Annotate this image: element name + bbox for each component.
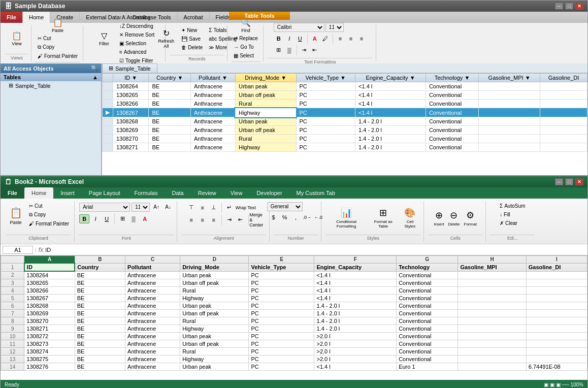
table-cell[interactable]: PC bbox=[296, 82, 355, 91]
minimize-button[interactable]: ─ bbox=[555, 3, 563, 10]
excel-data-cell[interactable] bbox=[526, 302, 587, 310]
excel-tab-custom[interactable]: My Custom Tab bbox=[289, 187, 342, 199]
nav-item-sample-table[interactable]: ⊞ Sample_Table bbox=[1, 81, 101, 90]
excel-data-cell[interactable]: BE bbox=[75, 271, 125, 279]
excel-data-cell[interactable]: PC bbox=[249, 355, 314, 363]
table-row[interactable]: 1308270BEAnthraceneRuralPC1.4 - 2.0 lCon… bbox=[103, 135, 587, 143]
excel-data-cell[interactable]: Conventional bbox=[397, 295, 458, 302]
table-cell[interactable]: <1.4 l bbox=[355, 82, 426, 91]
maximize-button[interactable]: □ bbox=[565, 3, 573, 10]
excel-data-cell[interactable]: BE bbox=[75, 310, 125, 317]
autosum-button[interactable]: Σ AutoSum bbox=[498, 202, 527, 210]
excel-data-cell[interactable] bbox=[458, 333, 526, 340]
excel-data-cell[interactable] bbox=[458, 363, 526, 371]
table-cell[interactable]: 1308266 bbox=[113, 100, 149, 108]
decrease-indent-button[interactable]: ⇤ bbox=[310, 46, 320, 55]
table-cell[interactable] bbox=[479, 135, 540, 143]
excel-data-cell[interactable]: Anthracene bbox=[125, 317, 180, 325]
excel-data-cell[interactable]: Conventional bbox=[397, 287, 458, 295]
excel-font-size-select[interactable]: 11 bbox=[132, 203, 150, 212]
increase-indent-btn[interactable]: ⇥ bbox=[224, 215, 235, 224]
excel-data-cell[interactable]: Conventional bbox=[397, 325, 458, 333]
excel-data-cell[interactable]: PC bbox=[249, 333, 314, 340]
table-cell[interactable]: Conventional bbox=[426, 91, 478, 100]
table-cell[interactable]: Urban peak bbox=[235, 82, 296, 91]
excel-data-cell[interactable] bbox=[526, 279, 587, 287]
excel-data-cell[interactable] bbox=[458, 317, 526, 325]
align-top-button[interactable]: ⊤ bbox=[186, 203, 197, 212]
excel-data-cell[interactable]: Anthracene bbox=[125, 279, 180, 287]
table-cell[interactable] bbox=[540, 82, 587, 91]
table-cell[interactable]: Conventional bbox=[426, 100, 478, 108]
excel-data-cell[interactable]: Anthracene bbox=[125, 287, 180, 295]
cell-styles-button[interactable]: 🎨 Cell Styles bbox=[400, 206, 421, 230]
excel-tab-data[interactable]: Data bbox=[165, 187, 190, 199]
table-cell[interactable] bbox=[540, 143, 587, 152]
excel-tab-insert[interactable]: Insert bbox=[53, 187, 82, 199]
table-cell[interactable] bbox=[540, 100, 587, 108]
excel-tab-file[interactable]: File bbox=[1, 187, 24, 199]
table-row[interactable]: 1308265BEAnthraceneUrban off peakPC<1.4 … bbox=[103, 91, 587, 100]
align-bottom-button[interactable]: ⊥ bbox=[209, 203, 219, 212]
increase-indent-button[interactable]: ⇥ bbox=[299, 46, 309, 55]
excel-tab-developer[interactable]: Developer bbox=[249, 187, 289, 199]
excel-data-cell[interactable]: 1.4 - 2.0 l bbox=[314, 302, 397, 310]
table-cell[interactable] bbox=[479, 143, 540, 152]
wrap-text-label[interactable]: Wrap Text bbox=[236, 205, 256, 210]
view-button[interactable]: 📋 View bbox=[6, 26, 28, 52]
excel-header-cell[interactable]: Gasoline_MPI bbox=[458, 263, 526, 271]
excel-data-cell[interactable]: <1.4 l bbox=[314, 363, 397, 371]
excel-data-cell[interactable]: 1308273 bbox=[24, 340, 75, 348]
col-header-g[interactable]: G bbox=[397, 256, 458, 264]
col-header-id[interactable]: ID ▼ bbox=[113, 74, 149, 82]
wrap-text-button[interactable]: ↵ bbox=[224, 203, 235, 212]
excel-data-cell[interactable]: PC bbox=[249, 279, 314, 287]
excel-underline-button[interactable]: U bbox=[102, 214, 112, 223]
table-row[interactable]: 1308271BEAnthraceneHighwayPC1.4 - 2.0 lC… bbox=[103, 143, 587, 152]
table-cell[interactable]: 1308267 bbox=[113, 108, 149, 117]
table-cell[interactable]: Highway bbox=[235, 108, 296, 117]
excel-data-cell[interactable]: Anthracene bbox=[125, 348, 180, 355]
excel-tab-formulas[interactable]: Formulas bbox=[127, 187, 165, 199]
excel-data-cell[interactable]: Anthracene bbox=[125, 295, 180, 302]
table-cell[interactable]: Anthracene bbox=[190, 108, 235, 117]
highlight-button[interactable]: 🖊 bbox=[320, 34, 331, 43]
new-button[interactable]: ✦ New bbox=[179, 26, 205, 34]
excel-header-cell[interactable]: Pollutant bbox=[125, 263, 180, 271]
excel-data-cell[interactable]: BE bbox=[75, 340, 125, 348]
filter-button[interactable]: ▽ Filter bbox=[93, 25, 115, 53]
excel-data-cell[interactable]: BE bbox=[75, 295, 125, 302]
excel-align-left-button[interactable]: ≡ bbox=[186, 215, 197, 224]
table-cell[interactable]: Conventional bbox=[426, 126, 478, 135]
excel-fill-button[interactable]: ▒ bbox=[128, 214, 139, 223]
access-font-size-select[interactable]: 11 bbox=[325, 23, 344, 32]
excel-data-cell[interactable]: BE bbox=[75, 348, 125, 355]
table-cell[interactable]: 1308264 bbox=[113, 82, 149, 91]
col-header-i[interactable]: I bbox=[526, 256, 587, 264]
excel-minimize-button[interactable]: ─ bbox=[555, 178, 563, 185]
excel-data-cell[interactable]: >2.0 l bbox=[314, 355, 397, 363]
table-cell[interactable]: Anthracene bbox=[190, 135, 235, 143]
formula-input[interactable] bbox=[45, 247, 585, 253]
excel-data-cell[interactable]: BE bbox=[75, 333, 125, 340]
save-button[interactable]: 💾 Save bbox=[179, 35, 205, 43]
excel-data-cell[interactable]: PC bbox=[249, 325, 314, 333]
table-cell[interactable] bbox=[479, 82, 540, 91]
table-cell[interactable]: Conventional bbox=[426, 108, 478, 117]
table-cell[interactable]: Highway bbox=[235, 143, 296, 152]
excel-header-cell[interactable]: Technology bbox=[397, 263, 458, 271]
table-cell[interactable]: 1.4 - 2.0 l bbox=[355, 135, 426, 143]
excel-data-cell[interactable] bbox=[458, 355, 526, 363]
excel-data-cell[interactable]: Conventional bbox=[397, 340, 458, 348]
excel-close-button[interactable]: ✕ bbox=[575, 178, 583, 185]
excel-data-cell[interactable]: Highway bbox=[180, 325, 249, 333]
col-header-technology[interactable]: Technology ▼ bbox=[426, 74, 478, 82]
excel-data-cell[interactable]: >2.0 l bbox=[314, 348, 397, 355]
cut-button[interactable]: ✂ Cut bbox=[36, 35, 80, 42]
descending-button[interactable]: ↓Z Descending bbox=[117, 22, 156, 30]
table-cell[interactable]: Urban off peak bbox=[235, 126, 296, 135]
align-middle-button[interactable]: ≡ bbox=[198, 203, 208, 212]
excel-data-cell[interactable]: Conventional bbox=[397, 271, 458, 279]
excel-header-cell[interactable]: Vehicle_Type bbox=[249, 263, 314, 271]
table-cell[interactable]: PC bbox=[296, 108, 355, 117]
